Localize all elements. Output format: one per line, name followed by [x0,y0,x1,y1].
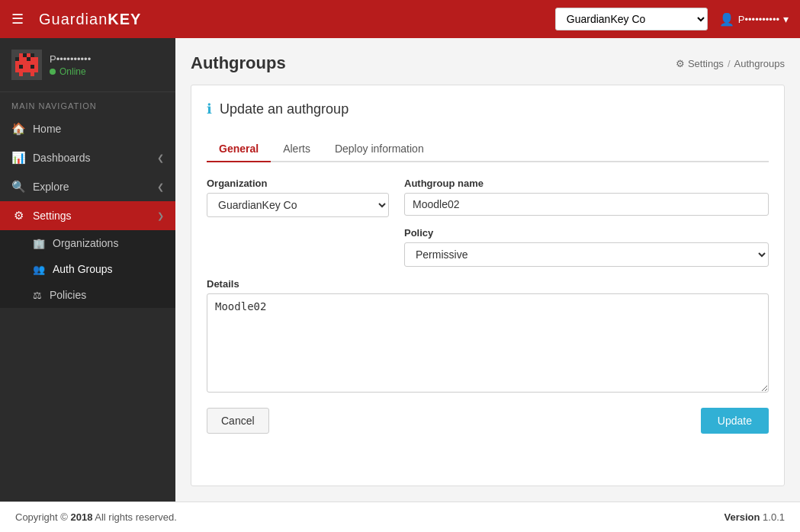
sidebar-item-organizations[interactable]: 🏢 Organizations [0,230,175,256]
page-title: Authgroups [191,53,286,73]
settings-gear-icon: ⚙ [676,58,685,69]
organizations-icon: 🏢 [33,238,45,249]
chevron-down-icon: ❯ [157,211,164,221]
org-field-group: Organization GuardianKey Co [207,178,389,267]
authgroup-name-input[interactable] [404,193,769,216]
hamburger-button[interactable]: ☰ [11,11,24,27]
authgroup-name-field-group: Authgroup name [404,178,769,216]
svg-rect-20 [31,72,34,76]
avatar [11,50,42,80]
details-field-group: Details Moodle02 [207,278,769,393]
brand-logo: GuardianKEY [39,11,141,28]
sidebar-username: P•••••••••• [50,53,91,65]
svg-rect-5 [15,57,19,61]
sidebar-item-settings[interactable]: ⚙ Settings ❯ [0,201,175,230]
sidebar-label-organizations: Organizations [53,237,118,249]
chevron-right-icon: ❮ [157,153,164,163]
sidebar-user-section: P•••••••••• Online [0,38,175,92]
user-menu[interactable]: 👤 P•••••••••• ▾ [719,12,789,27]
card-title-row: ℹ Update an authgroup [207,101,769,125]
svg-rect-15 [27,65,31,69]
svg-rect-3 [27,53,31,57]
settings-icon: ⚙ [11,209,25,223]
settings-subitems: 🏢 Organizations 👥 Auth Groups ⚖ Policies [0,230,175,308]
svg-rect-4 [31,53,34,57]
policy-label: Policy [404,227,769,239]
sidebar-item-explore[interactable]: 🔍 Explore ❮ [0,172,175,201]
org-select-wrapper: GuardianKey Co [555,8,708,30]
svg-rect-14 [23,65,27,69]
sidebar-label-authgroups: Auth Groups [53,263,113,275]
sidebar-item-policies[interactable]: ⚖ Policies [0,282,175,308]
org-label: Organization [207,178,389,189]
sidebar-label-dashboards: Dashboards [33,152,91,164]
brand-prefix: Guardian [39,11,108,27]
sidebar-user-info: P•••••••••• Online [50,53,91,77]
user-chevron-icon: ▾ [783,13,789,25]
main-card: ℹ Update an authgroup General Alerts Dep… [191,85,785,486]
details-label: Details [207,278,769,290]
svg-rect-19 [19,72,23,76]
policy-field-group: Policy PermissiveNormalStrict [404,227,769,267]
details-textarea[interactable]: Moodle02 [207,293,769,393]
chevron-right-icon-2: ❮ [157,182,164,192]
top-navbar: ☰ GuardianKEY GuardianKey Co 👤 P••••••••… [0,0,800,38]
svg-rect-13 [19,65,23,69]
tab-general[interactable]: General [207,136,271,162]
tabs: General Alerts Deploy information [207,136,769,162]
svg-rect-18 [15,69,38,72]
sidebar: P•••••••••• Online MAIN NAVIGATION 🏠 Hom… [0,38,175,502]
svg-rect-7 [23,57,27,61]
sidebar-item-home[interactable]: 🏠 Home [0,114,175,143]
tab-deploy-information[interactable]: Deploy information [323,136,436,162]
breadcrumb-separator: / [728,58,731,69]
sidebar-label-policies: Policies [50,289,86,301]
info-icon: ℹ [207,101,212,117]
svg-rect-17 [34,65,38,69]
org-select-field[interactable]: GuardianKey Co [207,193,389,217]
sidebar-online-status: Online [50,66,91,77]
breadcrumb-settings-link[interactable]: ⚙ Settings [676,58,724,69]
right-column: Authgroup name Policy PermissiveNormalSt… [404,178,769,267]
button-row: Cancel Update [207,408,769,434]
user-icon: 👤 [719,12,734,27]
footer: Copyright © 2018 All rights reserved. Ve… [0,502,800,532]
sidebar-label-explore: Explore [33,181,69,193]
policies-icon: ⚖ [33,290,42,301]
breadcrumb-current: Authgroups [734,58,786,69]
main-content: Authgroups ⚙ Settings / Authgroups ℹ Upd… [175,38,800,502]
dashboards-icon: 📊 [11,151,25,165]
page-header: Authgroups ⚙ Settings / Authgroups [191,53,785,73]
policy-select[interactable]: PermissiveNormalStrict [404,242,769,267]
tab-alerts[interactable]: Alerts [271,136,323,162]
sidebar-item-dashboards[interactable]: 📊 Dashboards ❮ [0,143,175,172]
card-title: Update an authgroup [220,101,349,117]
breadcrumb: ⚙ Settings / Authgroups [676,58,785,69]
authgroup-name-label: Authgroup name [404,178,769,189]
svg-rect-6 [19,57,23,61]
org-select[interactable]: GuardianKey Co [555,8,708,30]
explore-icon: 🔍 [11,180,25,194]
online-indicator [50,69,56,75]
svg-rect-10 [34,57,38,61]
sidebar-item-auth-groups[interactable]: 👥 Auth Groups [0,256,175,282]
svg-rect-16 [31,65,34,69]
layout: P•••••••••• Online MAIN NAVIGATION 🏠 Hom… [0,38,800,502]
svg-rect-1 [19,53,23,57]
cancel-button[interactable]: Cancel [207,408,269,434]
svg-rect-9 [31,57,34,61]
brand-suffix: KEY [108,11,141,27]
update-button[interactable]: Update [701,408,769,434]
user-name-label: P•••••••••• [738,14,779,25]
online-label: Online [59,66,86,77]
svg-rect-8 [27,57,31,61]
home-icon: 🏠 [11,122,25,136]
sidebar-label-home: Home [33,123,61,135]
footer-copyright: Copyright © 2018 All rights reserved. [15,511,177,523]
svg-rect-2 [23,53,27,57]
svg-rect-12 [15,65,19,69]
svg-rect-11 [15,61,38,65]
sidebar-nav-label: MAIN NAVIGATION [0,92,175,114]
authgroups-icon: 👥 [33,264,45,275]
footer-version: Version 1.0.1 [724,511,785,523]
